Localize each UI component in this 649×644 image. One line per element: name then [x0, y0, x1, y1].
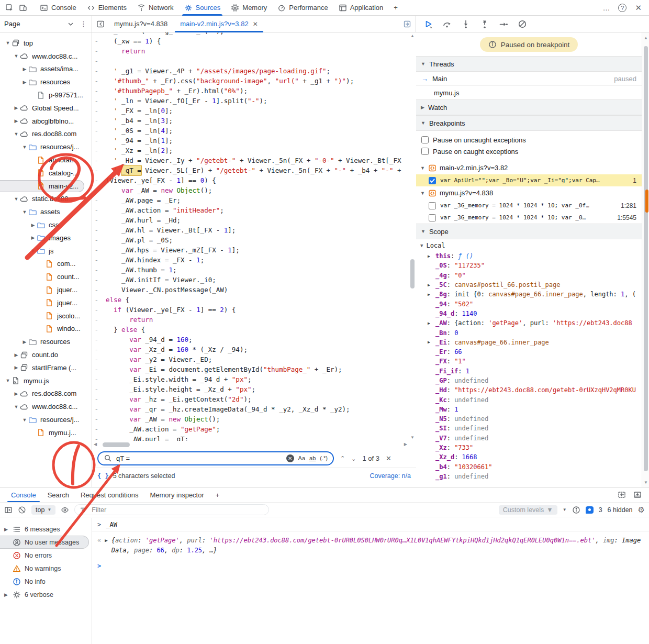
- match-case-button[interactable]: Aa: [298, 455, 305, 461]
- scope-variable[interactable]: _FX: "1": [416, 357, 642, 366]
- breakpoints-section-header[interactable]: ▼ Breakpoints: [416, 115, 642, 131]
- editor-tab[interactable]: mymu.js?v=4.838: [108, 16, 174, 32]
- panel-vertical-scrollbar[interactable]: ▲ ▼: [642, 32, 649, 487]
- chevron-down-icon[interactable]: ▼: [21, 145, 28, 150]
- console-settings-gear-icon[interactable]: ⚙: [638, 505, 645, 515]
- scope-variable[interactable]: _g1: undefined: [416, 472, 642, 481]
- code-line[interactable]: - ' _qT = Viewer._5L(_Er) + "/getebt-" +…: [92, 165, 409, 175]
- threads-section-header[interactable]: ▼ Threads: [416, 56, 642, 72]
- breakpoint-entry[interactable]: var ApiUrl="";var _Bo="U";var _Ii="g";va…: [416, 174, 642, 186]
- code-line[interactable]: -(Viewer._ye[_FX - 1] == 0) {: [92, 175, 409, 185]
- inspect-element-icon[interactable]: [5, 4, 14, 12]
- drawer-tab-request-conditions[interactable]: Request conditions: [75, 487, 144, 502]
- code-line[interactable]: - ' _94 = _ln[1];: [92, 136, 409, 146]
- watch-section-header[interactable]: ▶ Watch: [416, 99, 642, 115]
- drawer-tab-+[interactable]: +: [210, 487, 226, 502]
- scope-variable[interactable]: _V7: undefined: [416, 434, 642, 443]
- coverage-link[interactable]: Coverage: n/a: [370, 472, 411, 480]
- code-line[interactable]: - _AW.pl = _0S;: [92, 235, 409, 245]
- scope-variable[interactable]: _4g: "0": [416, 271, 642, 280]
- more-options-icon[interactable]: …: [602, 4, 610, 12]
- navigator-back-icon[interactable]: [96, 20, 105, 28]
- editor-vertical-scrollbar[interactable]: ▲ ▼: [409, 32, 416, 441]
- log-levels-dropdown[interactable]: Custom levels ▼: [499, 505, 557, 515]
- tree-item[interactable]: ▼mymu.js: [0, 374, 92, 387]
- code-line[interactable]: - var _y2 = Viewer._ED;: [92, 354, 409, 364]
- previous-match-icon[interactable]: ⌃: [340, 455, 345, 462]
- chevron-down-icon[interactable]: ▼: [13, 131, 20, 137]
- resume-script-button[interactable]: [423, 19, 433, 29]
- console-info-icon[interactable]: [572, 506, 580, 514]
- tree-item[interactable]: jquer...: [0, 283, 92, 296]
- device-toolbar-icon[interactable]: [19, 4, 27, 12]
- code-line[interactable]: - if (Viewer._ye[_FX - 1] == 2) {: [92, 305, 409, 315]
- code-line[interactable]: - ' _Hd = Viewer._Iy + "/getebt-" + View…: [92, 156, 409, 165]
- tree-item[interactable]: mymu.j...: [0, 426, 92, 439]
- chevron-right-icon[interactable]: ▶: [21, 80, 28, 85]
- code-line[interactable]: - var _qr = _hz.createImageData(_94_d * …: [92, 404, 409, 414]
- navigator-more-icon[interactable]: ⋮: [80, 20, 87, 28]
- tree-item[interactable]: ▼js: [0, 245, 92, 258]
- pause-exception-toggle[interactable]: Pause on caught exceptions: [416, 146, 642, 157]
- chevron-right-icon[interactable]: ▶: [13, 105, 20, 110]
- scrollbar-thumb[interactable]: [644, 46, 648, 471]
- code-line[interactable]: -else {: [92, 295, 409, 305]
- dock-panel-icon[interactable]: [618, 491, 626, 499]
- expand-object-icon[interactable]: ▶: [105, 536, 107, 555]
- code-line[interactable]: - (_xw == 1) {: [92, 36, 409, 46]
- scope-variable[interactable]: ▶_Ei: canvas#page_66.inner_page: [416, 338, 642, 347]
- tree-item[interactable]: ▼assets: [0, 205, 92, 218]
- tree-item[interactable]: ▶resources: [0, 335, 92, 348]
- drawer-tab-console[interactable]: Console: [5, 487, 42, 502]
- panel-tab-application[interactable]: Application: [333, 0, 389, 16]
- tree-item[interactable]: ▶resources: [0, 75, 92, 88]
- code-line[interactable]: - var _AW = new Object();: [92, 414, 409, 424]
- scope-section-header[interactable]: ▼ Scope: [416, 224, 642, 239]
- code-line[interactable]: - ' _FX = _ln[0];: [92, 106, 409, 116]
- breakpoint-file-group[interactable]: ▼mymu.js?v=4.838: [416, 186, 642, 199]
- code-line[interactable]: - _AW.hurl = _Hd;: [92, 215, 409, 225]
- breakpoint-entry[interactable]: var _3G_memory = 1024 * 1024 * 10; var _…: [416, 199, 642, 212]
- code-line[interactable]: - var _94_d = 160;: [92, 335, 409, 345]
- code-line[interactable]: - return: [92, 315, 409, 325]
- chevron-down-icon[interactable]: ▼: [21, 209, 28, 215]
- next-match-icon[interactable]: ⌃: [351, 455, 356, 462]
- chevron-down-icon[interactable]: ▼: [29, 248, 37, 253]
- code-line[interactable]: - _Ei.style.height = _Xz_d + "px";: [92, 384, 409, 394]
- chevron-right-icon[interactable]: ▶: [428, 321, 435, 326]
- code-line[interactable]: - Viewer._CN.postMessage(_AW): [92, 285, 409, 295]
- code-line[interactable]: - _AW.action = "getPage";: [92, 424, 409, 434]
- code-line[interactable]: - var _hz = _Ei.getContext("2d");: [92, 394, 409, 404]
- code-line[interactable]: - return: [92, 46, 409, 56]
- scope-variable[interactable]: ▶_8g: init {0: canvas#page_66.inner_page…: [416, 290, 642, 299]
- tree-item[interactable]: p-997571...: [0, 88, 92, 102]
- tree-item[interactable]: ▶res.doc88.com: [0, 387, 92, 401]
- code-line[interactable]: - } else {: [92, 325, 409, 335]
- step-over-button[interactable]: [442, 19, 452, 29]
- scope-variable[interactable]: ▶_AW: {action: 'getPage', purl: 'https:/…: [416, 318, 642, 328]
- context-selector[interactable]: top ▼: [31, 505, 55, 515]
- chevron-right-icon[interactable]: ▶: [3, 527, 9, 532]
- code-line[interactable]: - _AW.hindex = _FX - 1;: [92, 255, 409, 265]
- drawer-tab-search[interactable]: Search: [42, 487, 75, 502]
- scrollbar-thumb[interactable]: [103, 442, 130, 447]
- thread-item[interactable]: →Mainpaused: [416, 72, 642, 86]
- chevron-right-icon[interactable]: ▶: [13, 352, 20, 358]
- code-line[interactable]: - _AW.action = "initHeader";: [92, 205, 409, 215]
- source-code[interactable]: - _ ( g_ = _ ("");- (_xw == 1) {- return…: [92, 32, 409, 441]
- tree-item[interactable]: ▶Global Speed...: [0, 102, 92, 115]
- step-into-button[interactable]: [461, 19, 471, 29]
- code-line[interactable]: - _AW.thumb = 1;: [92, 265, 409, 275]
- console-filter-item[interactable]: No info: [0, 575, 92, 588]
- chevron-right-icon[interactable]: ▶: [428, 283, 435, 287]
- panel-tab-console[interactable]: Console: [35, 0, 82, 16]
- scope-variable[interactable]: ▶_5C: canvas#postil_66.postil_page: [416, 280, 642, 290]
- scope-variable[interactable]: _N5: undefined: [416, 414, 642, 424]
- code-line[interactable]: - _AW.purl = _qT;: [92, 434, 409, 441]
- console-command-echo[interactable]: > _AW: [92, 518, 649, 531]
- object-preview[interactable]: {action: 'getPage', purl: 'https://ebt24…: [111, 536, 642, 555]
- breakpoint-entry[interactable]: var _3G_memory = 1024 * 1024 * 10; var _…: [416, 212, 642, 224]
- scope-variable[interactable]: _0S: "117235": [416, 261, 642, 270]
- scroll-up-icon[interactable]: ▲: [410, 34, 415, 38]
- chevron-right-icon[interactable]: ▶: [21, 339, 28, 345]
